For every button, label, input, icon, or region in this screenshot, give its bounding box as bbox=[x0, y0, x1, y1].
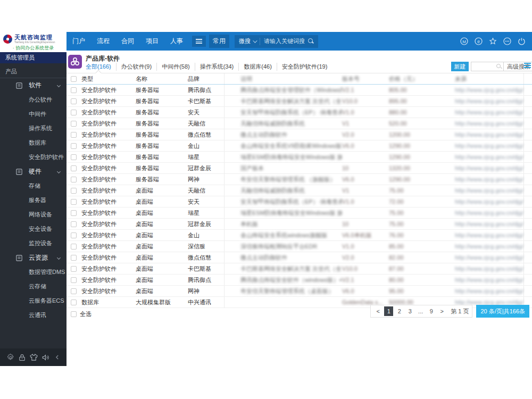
row-checkbox[interactable] bbox=[71, 121, 77, 127]
cell-source-link-blurred[interactable]: http://www.zjcg.gov.cn/djg/ bbox=[455, 198, 523, 205]
row-checkbox[interactable] bbox=[71, 300, 77, 305]
cell-source-link-blurred[interactable]: http://www.zjcg.gov.cn/djg/ bbox=[455, 288, 523, 294]
sidebar-item-os[interactable]: 操作系统 bbox=[0, 121, 66, 136]
column-header-name[interactable]: 名称 bbox=[136, 75, 188, 83]
row-checkbox[interactable] bbox=[71, 177, 77, 182]
row-checkbox[interactable] bbox=[71, 288, 77, 294]
tab-office-software[interactable]: 办公软件(9) bbox=[117, 63, 157, 71]
cell-source-link-blurred[interactable]: http://www.zjcg.gov.cn/djg/ bbox=[455, 109, 523, 115]
table-row[interactable]: 安全防护软件 服务器端 网神 奇安信天擎终端管理系统 （旗舰版） V6.0 12… bbox=[66, 174, 532, 185]
sidebar-item-cloud-storage[interactable]: 云存储 bbox=[0, 279, 66, 294]
power-icon[interactable] bbox=[517, 37, 526, 46]
search-scope-selector[interactable]: 微搜 bbox=[239, 37, 251, 45]
table-row[interactable]: 安全防护软件 桌面端 微点佰慧 微点主动防御软件 V2.0 82.00 http… bbox=[66, 252, 532, 263]
sidebar-item-office-software[interactable]: 办公软件 bbox=[0, 93, 66, 107]
column-header-source-blurred[interactable]: 来源 bbox=[455, 75, 523, 83]
cell-source-link-blurred[interactable]: http://www.zjcg.gov.cn/djg/ bbox=[455, 254, 523, 261]
page-button-9[interactable]: 9 bbox=[427, 306, 436, 316]
row-checkbox[interactable] bbox=[71, 255, 77, 261]
row-checkbox[interactable] bbox=[71, 87, 77, 93]
sidebar-group-cloud[interactable]: 云资源 bbox=[0, 251, 66, 265]
global-search-input[interactable]: 请输入关键词搜 bbox=[264, 37, 305, 45]
column-header-desc-blurred[interactable]: 说明 bbox=[225, 75, 342, 83]
table-row[interactable]: 安全防护软件 桌面端 金山 金山终端安全系统windows旗舰版 V6.0单机版… bbox=[66, 230, 532, 241]
cell-source-link-blurred[interactable]: http://www.zjcg.gov.cn/djg/ bbox=[455, 232, 523, 238]
search-icon[interactable] bbox=[496, 63, 502, 70]
table-row[interactable]: 安全防护软件 服务器端 腾讯御点 腾讯御点终端安全管理软件（Windows版） … bbox=[66, 85, 532, 96]
sidebar-item-ecs[interactable]: 云服务器ECS bbox=[0, 294, 66, 308]
row-checkbox[interactable] bbox=[71, 132, 77, 138]
m-badge-icon[interactable]: M bbox=[460, 37, 468, 46]
search-icon[interactable] bbox=[308, 38, 314, 44]
page-button-2[interactable]: 2 bbox=[395, 306, 404, 316]
row-checkbox[interactable] bbox=[71, 266, 77, 272]
tab-middleware[interactable]: 中间件(58) bbox=[157, 63, 195, 71]
row-checkbox[interactable] bbox=[71, 143, 77, 149]
nav-menu-button[interactable] bbox=[192, 36, 206, 47]
theme-skin-icon[interactable] bbox=[30, 353, 38, 361]
sidebar-item-security-device[interactable]: 安全设备 bbox=[0, 222, 66, 236]
column-header-price-blurred[interactable]: 价格（元） bbox=[389, 75, 455, 83]
tab-all[interactable]: 全部(166) bbox=[86, 63, 117, 71]
table-row[interactable]: 安全防护软件 桌面端 网神 奇安信天擎终端管理系统（桌面版） V6.0 95.0… bbox=[66, 286, 532, 297]
cell-source-link-blurred[interactable]: http://www.zjcg.gov.cn/djg/ bbox=[455, 98, 523, 104]
page-button-3[interactable]: 3 bbox=[405, 306, 414, 316]
global-search-bar[interactable]: 微搜 请输入关键词搜 bbox=[235, 35, 318, 48]
tab-database[interactable]: 数据库(46) bbox=[239, 63, 277, 71]
volume-icon[interactable] bbox=[41, 353, 49, 361]
sidebar-item-storage[interactable]: 存储 bbox=[0, 179, 66, 193]
sidebar-section-product[interactable]: 产品 bbox=[0, 63, 66, 78]
cell-source-link-blurred[interactable]: http://www.zjcg.gov.cn/djg/ bbox=[455, 143, 523, 149]
row-checkbox[interactable] bbox=[71, 98, 77, 104]
table-row[interactable]: 安全防护软件 服务器端 卡巴斯基 卡巴斯基网络安全解决方案 次世代（全面防护版）… bbox=[66, 96, 532, 107]
table-search-input[interactable] bbox=[471, 62, 496, 71]
cell-source-link-blurred[interactable]: http://www.zjcg.gov.cn/djg/ bbox=[455, 165, 523, 171]
table-row[interactable]: 安全防护软件 桌面端 腾讯御点 腾讯御点终端安全软件（windows版）+EDR… bbox=[66, 275, 532, 286]
sidebar-group-hardware[interactable]: 硬件 bbox=[0, 164, 66, 179]
table-row[interactable]: 安全防护软件 服务器端 天融信 天融信终端威胁防御系统 V1 520.00 ht… bbox=[66, 118, 532, 129]
sidebar-item-middleware[interactable]: 中间件 bbox=[0, 107, 66, 121]
row-checkbox[interactable] bbox=[71, 199, 77, 205]
cell-source-link-blurred[interactable]: http://www.zjcg.gov.cn/djg/ bbox=[455, 176, 523, 182]
tab-security-software[interactable]: 安全防护软件(19) bbox=[277, 63, 332, 71]
prev-page-button[interactable]: < bbox=[373, 306, 383, 316]
row-checkbox[interactable] bbox=[71, 232, 77, 238]
nav-item-portal[interactable]: 门户 bbox=[66, 37, 91, 46]
select-all-control[interactable]: 全选 bbox=[71, 310, 92, 318]
table-row[interactable]: 安全防护软件 桌面端 冠群金辰 单机版 10 75.00 http://www.… bbox=[66, 219, 532, 230]
row-checkbox[interactable] bbox=[71, 221, 77, 227]
next-page-button[interactable]: > bbox=[437, 306, 446, 316]
new-button[interactable]: 新建 bbox=[451, 62, 469, 71]
row-checkbox[interactable] bbox=[71, 244, 77, 250]
page-button-1[interactable]: 1 bbox=[384, 306, 393, 316]
table-row[interactable]: 安全防护软件 桌面端 天融信 天融信终端威胁防御系统 V1 75.00 http… bbox=[66, 185, 532, 196]
table-row[interactable]: 安全防护软件 桌面端 瑞星 瑞星ESM防病毒终端安全Windows版 旗舰版 7… bbox=[66, 207, 532, 219]
sidebar-item-database[interactable]: 数据库 bbox=[0, 136, 66, 150]
sidebar-item-cloud-comm[interactable]: 云通讯 bbox=[0, 308, 66, 322]
cell-source-link-blurred[interactable]: http://www.zjcg.gov.cn/djg/ bbox=[455, 154, 523, 160]
sidebar-item-network-device[interactable]: 网络设备 bbox=[0, 207, 66, 222]
cell-source-link-blurred[interactable]: http://www.zjcg.gov.cn/djg/ bbox=[455, 187, 523, 194]
table-row[interactable]: 安全防护软件 服务器端 金山 金山终端安全系统V9防勒索Windows版本 V6… bbox=[66, 140, 532, 152]
table-row[interactable]: 安全防护软件 服务器端 安天 安天智甲终端防御系统（EP）·病毒查杀 V1.0 … bbox=[66, 107, 532, 118]
cell-source-link-blurred[interactable]: http://www.zjcg.gov.cn/djg/ bbox=[455, 277, 523, 283]
row-checkbox[interactable] bbox=[71, 165, 77, 171]
sidebar-group-software[interactable]: 软件 bbox=[0, 78, 66, 93]
cell-source-link-blurred[interactable]: http://www.zjcg.gov.cn/djg/ bbox=[455, 243, 523, 250]
select-all-checkbox[interactable] bbox=[71, 311, 77, 317]
tab-os[interactable]: 操作系统(34) bbox=[195, 63, 239, 71]
row-checkbox[interactable] bbox=[71, 277, 77, 283]
select-all-header-checkbox[interactable] bbox=[71, 76, 77, 82]
cell-source-link-blurred[interactable]: http://www.zjcg.gov.cn/djg/ bbox=[455, 120, 523, 127]
row-checkbox[interactable] bbox=[71, 110, 77, 115]
list-view-icon[interactable] bbox=[524, 63, 531, 69]
table-row[interactable]: 安全防护软件 服务器端 瑞星 瑞星ESM防病毒终端安全Windows版 旗舰 1… bbox=[66, 152, 532, 163]
page-size-info-button[interactable]: 20 条/页|共166条 bbox=[476, 305, 529, 318]
column-header-version-blurred[interactable]: 版本号 bbox=[342, 75, 389, 83]
cell-source-link-blurred[interactable]: http://www.zjcg.gov.cn/djg/ bbox=[455, 87, 523, 93]
table-row[interactable]: 安全防护软件 服务器端 冠群金辰 国产版本 10 1320.00 http://… bbox=[66, 163, 532, 174]
nav-item-frequent[interactable]: 常用 bbox=[209, 35, 229, 48]
lock-icon[interactable] bbox=[18, 353, 26, 361]
nav-item-hr[interactable]: 人事 bbox=[164, 37, 189, 46]
column-header-type[interactable]: 类型 bbox=[81, 75, 136, 83]
